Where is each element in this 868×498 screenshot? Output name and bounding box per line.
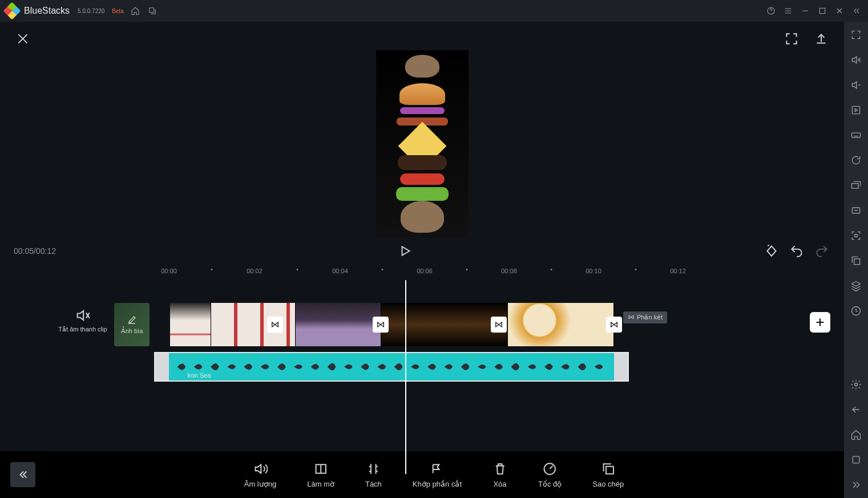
time-display: 00:05/00:12	[14, 246, 56, 256]
keyframe-icon[interactable]	[763, 242, 780, 260]
play-button[interactable]	[396, 242, 414, 260]
fullscreen-icon[interactable]	[782, 30, 801, 48]
bluestacks-logo	[3, 2, 21, 19]
svg-rect-11	[854, 259, 860, 265]
cover-image-button[interactable]: Ảnh bìa	[114, 303, 150, 346]
redo-icon[interactable]	[813, 242, 830, 260]
multi-instance-icon[interactable]	[850, 179, 862, 192]
sync-icon[interactable]	[850, 154, 862, 167]
volume-up-icon[interactable]	[850, 54, 862, 66]
split-tool[interactable]: Tách	[365, 461, 382, 488]
fade-tool[interactable]: Làm mờ	[307, 461, 334, 488]
collapse-toolbar-button[interactable]	[10, 462, 35, 487]
svg-rect-5	[605, 466, 613, 473]
timeline-ruler[interactable]: 00:00 00:02 00:04 00:06 00:08 00:10 00:1…	[0, 264, 844, 280]
add-clip-button[interactable]	[810, 312, 830, 333]
svg-point-10	[855, 234, 858, 237]
close-editor-button[interactable]	[14, 30, 32, 48]
audio-handle-right[interactable]	[614, 353, 628, 380]
audio-waveform[interactable]: Iron Sea	[169, 353, 614, 380]
home-icon[interactable]	[130, 5, 141, 17]
speed-tool[interactable]: Tốc độ	[538, 461, 562, 488]
ruler-dot	[297, 269, 298, 270]
transition-badge[interactable]	[267, 317, 283, 333]
undo-icon[interactable]	[788, 242, 805, 260]
ruler-dot	[551, 269, 552, 270]
transition-badge[interactable]	[373, 317, 389, 333]
ruler-tick: 00:06	[417, 268, 433, 274]
export-icon[interactable]	[812, 30, 830, 48]
volume-tool[interactable]: Âm lượng	[244, 461, 276, 488]
ruler-dot	[382, 269, 383, 270]
recent-apps-icon[interactable]	[147, 5, 158, 17]
delete-tool[interactable]: Xóa	[492, 461, 507, 488]
ruler-tick: 00:12	[670, 268, 686, 274]
end-section-badge[interactable]: Phần kết	[623, 311, 667, 323]
audio-clip-label: Iron Sea	[187, 372, 211, 379]
mute-clip-audio-button[interactable]: Tắt âm thanh clip	[57, 307, 108, 333]
back-icon[interactable]	[850, 403, 862, 416]
clip-3[interactable]	[296, 303, 381, 346]
ruler-dot	[211, 269, 213, 270]
clip-5[interactable]	[508, 303, 614, 346]
preview-frame	[376, 50, 469, 237]
apk-icon[interactable]	[850, 204, 862, 217]
titlebar: BlueStacks 5.0.0.7220 Beta	[0, 0, 868, 22]
copy-tool[interactable]: Sao chép	[592, 461, 624, 488]
video-preview	[0, 56, 844, 238]
recent-rail-icon[interactable]	[850, 454, 862, 466]
mute-label: Tắt âm thanh clip	[58, 326, 107, 333]
settings-icon[interactable]	[850, 378, 862, 391]
collapse-rail-icon[interactable]	[851, 5, 862, 17]
svg-rect-14	[853, 456, 859, 463]
svg-rect-0	[150, 8, 154, 13]
svg-point-13	[855, 383, 858, 386]
home-rail-icon[interactable]	[850, 428, 862, 441]
clock-icon[interactable]	[850, 305, 862, 317]
svg-rect-2	[819, 8, 825, 13]
close-icon[interactable]	[834, 5, 845, 17]
bottom-toolbar: Âm lượng Làm mờ Tách Khớp phần cắt Xóa	[0, 451, 844, 498]
keymap-icon[interactable]	[850, 129, 862, 141]
volume-down-icon[interactable]	[850, 79, 862, 91]
minimize-icon[interactable]	[800, 5, 811, 17]
expand-rail-icon[interactable]	[850, 479, 862, 491]
ruler-dot	[635, 269, 637, 270]
svg-rect-6	[852, 106, 859, 114]
transition-badge[interactable]	[606, 317, 622, 333]
help-icon[interactable]	[765, 5, 777, 17]
svg-rect-7	[852, 133, 861, 137]
menu-icon[interactable]	[782, 5, 794, 17]
clip-4[interactable]	[381, 303, 508, 346]
audio-handle-left[interactable]	[155, 353, 169, 380]
app-version: 5.0.0.7220	[78, 8, 104, 14]
timeline[interactable]: Tắt âm thanh clip Ảnh bìa Phần kết	[0, 280, 844, 451]
ruler-tick: 00:02	[247, 268, 263, 274]
screenshot-icon[interactable]	[850, 229, 862, 242]
layers-icon[interactable]	[850, 280, 862, 292]
ruler-dot	[466, 269, 468, 270]
video-clip-track[interactable]	[170, 303, 614, 346]
ruler-tick: 00:04	[332, 268, 348, 274]
video-editor-panel: 00:05/00:12 00:00 00:02 00:04 00:	[0, 22, 844, 498]
ruler-tick: 00:00	[161, 268, 177, 274]
ruler-tick: 00:08	[501, 268, 517, 274]
macro-icon[interactable]	[850, 104, 862, 116]
clip-1[interactable]	[170, 303, 211, 346]
cover-label: Ảnh bìa	[121, 327, 143, 335]
beta-badge: Beta	[112, 8, 124, 14]
fullscreen-rail-icon[interactable]	[850, 29, 862, 41]
svg-rect-8	[852, 184, 859, 188]
playhead[interactable]	[405, 280, 406, 474]
ruler-tick: 00:10	[586, 268, 601, 274]
maximize-icon[interactable]	[817, 5, 828, 17]
transition-badge[interactable]	[491, 317, 507, 333]
fit-tool[interactable]: Khớp phần cắt	[413, 461, 462, 488]
bluestacks-side-toolbar	[844, 22, 868, 498]
app-name: BlueStacks	[24, 6, 70, 16]
audio-track[interactable]: Iron Sea	[154, 352, 629, 382]
copy-rail-icon[interactable]	[850, 254, 862, 267]
